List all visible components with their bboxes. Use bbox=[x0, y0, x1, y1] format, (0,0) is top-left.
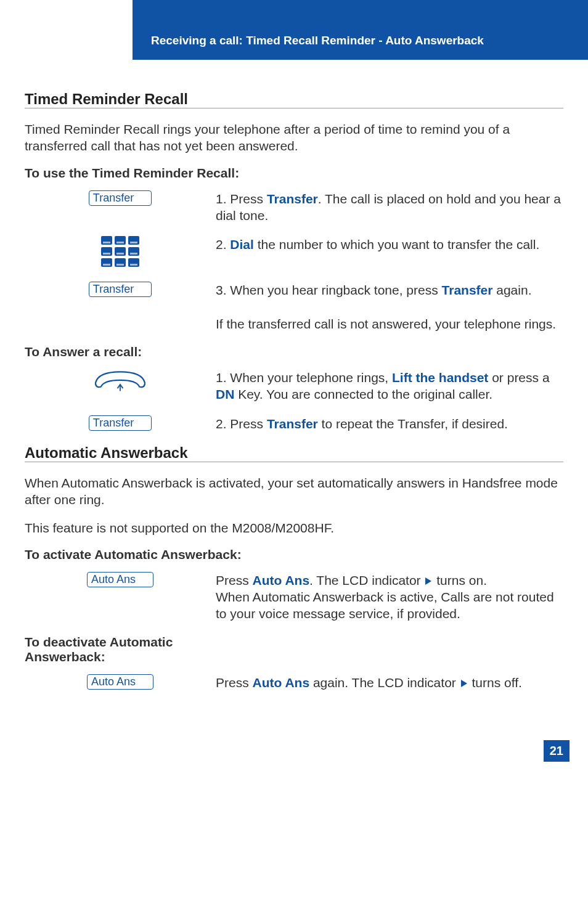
subheading-activate: To activate Automatic Answerback: bbox=[25, 547, 563, 562]
transfer-key-icon: Transfer bbox=[89, 415, 152, 431]
auto-answerback-p2: This feature is not supported on the M20… bbox=[25, 520, 563, 536]
transfer-keyword: Transfer bbox=[267, 417, 318, 431]
section-title-auto-answerback: Automatic Answerback bbox=[25, 444, 563, 462]
icon-col bbox=[25, 236, 216, 269]
subheading-use-trr: To use the Timed Reminder Recall: bbox=[25, 166, 563, 181]
auto-ans-keyword: Auto Ans bbox=[253, 573, 310, 587]
dial-pad-icon bbox=[101, 236, 139, 269]
auto-ans-key-icon: Auto Ans bbox=[87, 572, 153, 587]
subheading-answer-recall: To Answer a recall: bbox=[25, 344, 563, 359]
step-row: 1. When your telephone rings, Lift the h… bbox=[25, 369, 563, 403]
step-row: Auto Ans Press Auto Ans again. The LCD i… bbox=[25, 674, 563, 691]
page-header: Receiving a call: Timed Recall Reminder … bbox=[133, 0, 588, 60]
lift-handset-keyword: Lift the handset bbox=[392, 370, 488, 385]
icon-col: Auto Ans bbox=[25, 674, 216, 690]
lcd-indicator-icon bbox=[461, 680, 467, 687]
icon-col: Auto Ans bbox=[25, 572, 216, 587]
subheading-deactivate: To deactivate Automatic Answerback: bbox=[25, 635, 228, 664]
lift-handset-icon bbox=[92, 369, 148, 396]
step-text: Press Auto Ans. The LCD indicator turns … bbox=[216, 572, 563, 622]
step-text: 1. When your telephone rings, Lift the h… bbox=[216, 369, 563, 403]
section-title-timed-reminder: Timed Reminder Recall bbox=[25, 91, 563, 108]
step-row: Auto Ans Press Auto Ans. The LCD indicat… bbox=[25, 572, 563, 622]
step-text: 3. When you hear ringback tone, press Tr… bbox=[216, 282, 563, 332]
transfer-key-icon: Transfer bbox=[89, 190, 152, 206]
auto-ans-key-icon: Auto Ans bbox=[87, 674, 153, 690]
step-text: Press Auto Ans again. The LCD indicator … bbox=[216, 674, 563, 691]
step-text: 2. Dial the number to which you want to … bbox=[216, 236, 563, 253]
step-row: Transfer 1. Press Transfer. The call is … bbox=[25, 190, 563, 224]
dn-keyword: DN bbox=[216, 387, 234, 401]
page-header-text: Receiving a call: Timed Recall Reminder … bbox=[151, 34, 484, 47]
step-text: 2. Press Transfer to repeat the Transfer… bbox=[216, 415, 563, 432]
icon-col bbox=[25, 369, 216, 396]
page-number: 21 bbox=[544, 740, 570, 762]
step-row: Transfer 3. When you hear ringback tone,… bbox=[25, 282, 563, 332]
auto-answerback-p1: When Automatic Answerback is activated, … bbox=[25, 475, 563, 508]
icon-col: Transfer bbox=[25, 415, 216, 431]
transfer-keyword: Transfer bbox=[267, 192, 318, 206]
icon-col: Transfer bbox=[25, 190, 216, 206]
transfer-key-icon: Transfer bbox=[89, 282, 152, 297]
transfer-keyword: Transfer bbox=[442, 283, 493, 297]
icon-col: Transfer bbox=[25, 282, 216, 297]
lcd-indicator-icon bbox=[425, 577, 431, 585]
intro-text: Timed Reminder Recall rings your telepho… bbox=[25, 121, 563, 155]
auto-ans-keyword: Auto Ans bbox=[253, 675, 310, 690]
step-row: 2. Dial the number to which you want to … bbox=[25, 236, 563, 269]
dial-keyword: Dial bbox=[230, 237, 254, 251]
page-content: Timed Reminder Recall Timed Reminder Rec… bbox=[0, 60, 588, 722]
step-text: 1. Press Transfer. The call is placed on… bbox=[216, 190, 563, 224]
step-row: Transfer 2. Press Transfer to repeat the… bbox=[25, 415, 563, 432]
